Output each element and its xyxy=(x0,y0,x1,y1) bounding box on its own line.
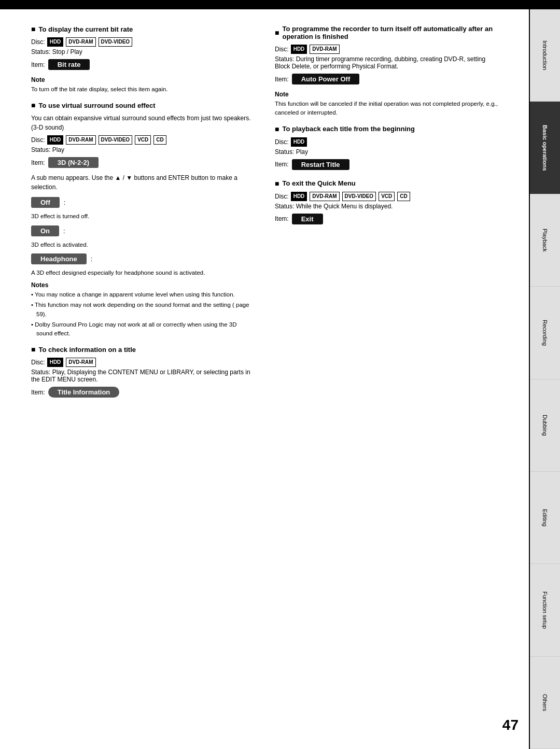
autopoweroff-item-label: Item: xyxy=(275,76,289,83)
restarttitle-item-line: Item: Restart Title xyxy=(275,157,498,172)
badge-hdd-3: HDD xyxy=(47,358,64,367)
autopoweroff-note-heading: Note xyxy=(275,91,498,98)
restarttitle-button[interactable]: Restart Title xyxy=(292,159,349,170)
option-headphone-desc: A 3D effect designed especially for head… xyxy=(31,268,254,277)
badge-dvdram-1: DVD-RAM xyxy=(66,37,95,47)
exit-disc-line: Disc: HDD DVD-RAM DVD-VIDEO VCD CD xyxy=(275,192,498,201)
surround-note-3: Dolby Surround Pro Logic may not work at… xyxy=(31,320,254,338)
sidebar-playback[interactable]: Playback xyxy=(530,194,560,287)
sidebar-function-setup[interactable]: Function setup xyxy=(530,564,560,656)
badge-hdd-r2: HDD xyxy=(291,137,307,147)
bitrate-item-label: Item: xyxy=(31,61,45,68)
option-off-desc: 3D effect is turned off. xyxy=(31,212,254,221)
left-column: To display the current bit rate Disc: HD… xyxy=(31,25,254,733)
right-column: To programme the recorder to turn itself… xyxy=(275,25,498,733)
bitrate-item-line: Item: Bit rate xyxy=(31,57,254,72)
section-bitrate: To display the current bit rate Disc: HD… xyxy=(31,25,254,94)
badge-vcd-2: VCD xyxy=(135,135,151,145)
exit-button[interactable]: Exit xyxy=(292,214,323,224)
option-off-row: Off : xyxy=(31,195,254,210)
badge-dvdvideo-1: DVD-VIDEO xyxy=(99,37,133,47)
option-headphone-button[interactable]: Headphone xyxy=(31,253,87,264)
restarttitle-status: Status: Play xyxy=(275,148,498,156)
sidebar-introduction[interactable]: Introduction xyxy=(530,9,560,102)
autopoweroff-item-line: Item: Auto Power Off xyxy=(275,72,498,87)
exit-item-label: Item: xyxy=(275,215,289,222)
option-on-button[interactable]: On xyxy=(31,225,59,236)
titleinfo-item-line: Item: Title Information xyxy=(31,385,254,400)
autopoweroff-status: Status: During timer programme recording… xyxy=(275,55,498,70)
section-autopoweroff: To programme the recorder to turn itself… xyxy=(275,25,498,118)
bitrate-disc-line: Disc: HDD DVD-RAM DVD-VIDEO xyxy=(31,37,254,47)
autopoweroff-disc-label: Disc: xyxy=(275,46,289,53)
sidebar-dubbing[interactable]: Dubbing xyxy=(530,379,560,472)
badge-dvdram-r1: DVD-RAM xyxy=(310,45,339,54)
sidebar: Introduction Basic operations Playback R… xyxy=(529,9,560,749)
autopoweroff-disc-line: Disc: HDD DVD-RAM xyxy=(275,45,498,54)
bitrate-heading: To display the current bit rate xyxy=(31,25,254,33)
titleinfo-item-label: Item: xyxy=(31,389,45,396)
bitrate-note-text: To turn off the bit rate display, select… xyxy=(31,85,254,94)
badge-dvdram-3: DVD-RAM xyxy=(66,358,95,367)
surround-subtext: A sub menu appears. Use the ▲ / ▼ button… xyxy=(31,173,254,192)
bitrate-button[interactable]: Bit rate xyxy=(48,59,90,70)
surround-button[interactable]: 3D (N-2-2) xyxy=(48,157,99,168)
badge-cd-2: CD xyxy=(153,135,166,145)
badge-hdd-1: HDD xyxy=(47,37,64,47)
bitrate-note-heading: Note xyxy=(31,76,254,83)
exit-status: Status: While the Quick Menu is displaye… xyxy=(275,203,498,210)
surround-item-line: Item: 3D (N-2-2) xyxy=(31,155,254,170)
section-restarttitle: To playback each title from the beginnin… xyxy=(275,125,498,172)
surround-disc-line: Disc: HDD DVD-RAM DVD-VIDEO VCD CD xyxy=(31,135,254,145)
top-bar xyxy=(0,0,560,9)
autopoweroff-heading: To programme the recorder to turn itself… xyxy=(275,25,498,40)
badge-dvdvideo-2: DVD-VIDEO xyxy=(99,135,133,145)
colon-headphone: : xyxy=(91,255,93,263)
badge-cd-r3: CD xyxy=(397,192,410,201)
section-titleinfo: To check information on a title Disc: HD… xyxy=(31,345,254,400)
bitrate-disc-label: Disc: xyxy=(31,38,45,46)
exit-item-line: Item: Exit xyxy=(275,211,498,227)
badge-hdd-2: HDD xyxy=(47,135,64,145)
surround-heading: To use virtual surround sound effect xyxy=(31,101,254,109)
sidebar-basic-operations[interactable]: Basic operations xyxy=(530,102,560,194)
option-headphone-row: Headphone : xyxy=(31,251,254,266)
restarttitle-item-label: Item: xyxy=(275,161,289,168)
surround-disc-label: Disc: xyxy=(31,136,45,144)
titleinfo-heading: To check information on a title xyxy=(31,345,254,354)
option-on-row: On : xyxy=(31,223,254,238)
exit-disc-label: Disc: xyxy=(275,193,289,200)
colon-on: : xyxy=(63,227,65,235)
badge-vcd-r3: VCD xyxy=(379,192,395,201)
exit-heading: To exit the Quick Menu xyxy=(275,179,498,188)
option-off-button[interactable]: Off xyxy=(31,197,60,208)
sidebar-recording[interactable]: Recording xyxy=(530,287,560,379)
page-number: 47 xyxy=(502,717,519,733)
titleinfo-disc-label: Disc: xyxy=(31,359,45,366)
surround-body: You can obtain expansive virtual surroun… xyxy=(31,114,254,132)
option-on-desc: 3D effect is activated. xyxy=(31,241,254,249)
content-area: To display the current bit rate Disc: HD… xyxy=(0,9,529,749)
badge-hdd-r1: HDD xyxy=(291,45,307,54)
main-content: To display the current bit rate Disc: HD… xyxy=(0,9,560,749)
badge-hdd-r3: HDD xyxy=(291,192,307,201)
surround-note-2: This function may not work depending on … xyxy=(31,301,254,319)
titleinfo-status: Status: Play, Displaying the CONTENT MEN… xyxy=(31,369,254,383)
section-exit: To exit the Quick Menu Disc: HDD DVD-RAM… xyxy=(275,179,498,227)
sidebar-others[interactable]: Others xyxy=(530,657,560,749)
restarttitle-heading: To playback each title from the beginnin… xyxy=(275,125,498,133)
colon-off: : xyxy=(64,199,66,206)
restarttitle-disc-label: Disc: xyxy=(275,138,289,146)
badge-dvdram-r3: DVD-RAM xyxy=(310,192,339,201)
surround-status: Status: Play xyxy=(31,146,254,153)
section-surround: To use virtual surround sound effect You… xyxy=(31,101,254,338)
surround-notes-heading: Notes xyxy=(31,281,254,289)
titleinfo-disc-line: Disc: HDD DVD-RAM xyxy=(31,358,254,367)
restarttitle-disc-line: Disc: HDD xyxy=(275,137,498,147)
bitrate-status: Status: Stop / Play xyxy=(31,48,254,55)
titleinfo-button[interactable]: Title Information xyxy=(48,387,120,398)
badge-dvdram-2: DVD-RAM xyxy=(66,135,95,145)
sidebar-editing[interactable]: Editing xyxy=(530,472,560,564)
autopoweroff-button[interactable]: Auto Power Off xyxy=(292,74,360,84)
badge-dvdvideo-r3: DVD-VIDEO xyxy=(342,192,376,201)
